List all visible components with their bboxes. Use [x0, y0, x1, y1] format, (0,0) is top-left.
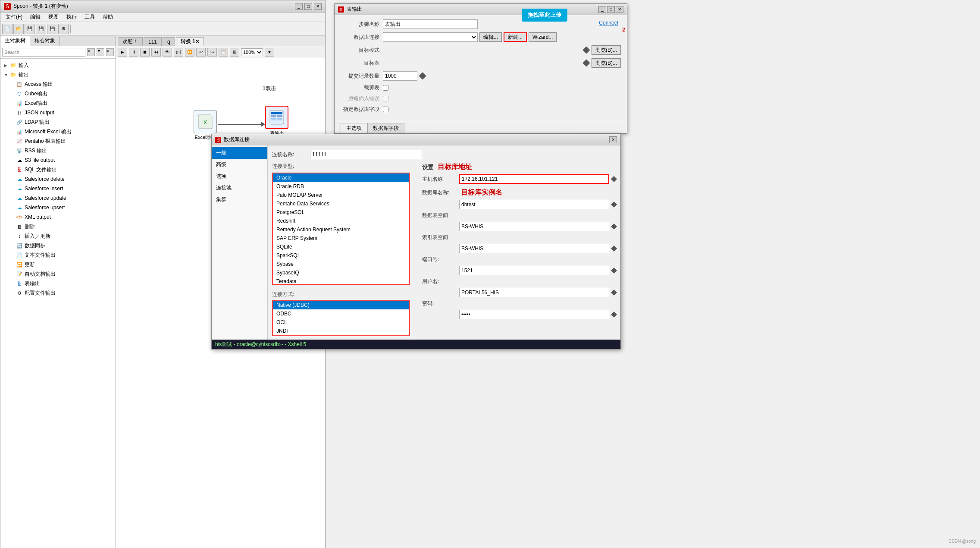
list-item[interactable]: 📈 Pentaho 报表输出 [0, 136, 116, 146]
search-more-btn[interactable]: ≡ [106, 48, 114, 56]
db-type-postgresql[interactable]: PostgreSQL [273, 208, 409, 217]
list-item[interactable]: 📡 RSS 输出 [0, 146, 116, 155]
menu-tools[interactable]: 工具 [81, 13, 98, 22]
tree-item-input[interactable]: ▶ 📁 输入 [0, 60, 116, 70]
list-item[interactable]: 📊 Microsoft Excel 输出 [0, 127, 116, 136]
truncate-checkbox[interactable] [383, 85, 388, 91]
open-btn[interactable]: 📂 [13, 24, 24, 34]
user-input[interactable] [459, 288, 609, 297]
edit-btn[interactable]: 编辑... [479, 32, 502, 42]
db-nav-cluster[interactable]: 集群 [212, 194, 267, 205]
list-item[interactable]: ☁ Salesforce insert [0, 184, 116, 193]
db-nav-general[interactable]: 一般 [212, 147, 267, 159]
tab-q[interactable]: q [163, 37, 175, 46]
db-type-list[interactable]: Oracle Oracle RDB Palo MOLAP Server Pent… [272, 173, 410, 285]
menu-exec[interactable]: 执行 [63, 13, 80, 22]
list-item[interactable]: ↕ 插入／更新 [0, 231, 116, 241]
new-btn[interactable]: 📄 [2, 24, 13, 34]
list-item[interactable]: 🔁 更新 [0, 260, 116, 269]
ignore-error-checkbox[interactable] [383, 96, 388, 101]
conn-name-input[interactable] [310, 150, 422, 159]
list-item[interactable]: ⚙ 配置文件输出 [0, 288, 116, 298]
db-type-sybase[interactable]: Sybase [273, 260, 409, 268]
stop-btn[interactable]: ⏹ [140, 48, 150, 57]
dialog-maximize-btn[interactable]: □ [607, 6, 615, 13]
pause-btn[interactable]: ⏸ [129, 48, 138, 57]
commit-input[interactable] [383, 71, 417, 81]
list-item[interactable]: 📝 自动文档输出 [0, 269, 116, 279]
dtab-main[interactable]: 主选项 [341, 123, 367, 133]
port-input[interactable] [459, 266, 609, 275]
zoom-dropdown-btn[interactable]: ▼ [265, 48, 274, 57]
prev-btn[interactable]: ⏮ [151, 48, 161, 57]
tab-111[interactable]: 111 [144, 37, 162, 46]
new-btn[interactable]: 新建... [504, 32, 527, 42]
search-input[interactable] [2, 48, 85, 57]
list-item[interactable]: ☁ S3 file output [0, 155, 116, 165]
wizard-btn[interactable]: Wizard... [529, 32, 557, 42]
close-button[interactable]: ✕ [314, 3, 322, 10]
db-nav-advanced[interactable]: 高级 [212, 159, 267, 170]
maximize-button[interactable]: □ [304, 3, 312, 10]
list-item[interactable]: ☁ Salesforce update [0, 193, 116, 203]
conn-method-odbc[interactable]: ODBC [273, 309, 409, 318]
list-item[interactable]: 📊 Excel输出 [0, 98, 116, 108]
tab-welcome[interactable]: 欢迎！ [118, 37, 143, 46]
db-type-sap[interactable]: SAP ERP System [273, 234, 409, 243]
db-name-input[interactable] [459, 200, 609, 209]
save-as-btn[interactable]: 💾 [36, 24, 46, 34]
menu-file[interactable]: 文件(F) [2, 13, 26, 22]
connect-link[interactable]: Connect [599, 19, 618, 26]
index-tablespace-input[interactable] [459, 244, 609, 253]
dtab-db-fields[interactable]: 数据库字段 [367, 123, 404, 133]
db-type-oracle[interactable]: Oracle [273, 173, 409, 182]
specify-db-checkbox[interactable] [383, 107, 388, 112]
sidebar-tab-core[interactable]: 核心对象 [30, 36, 60, 46]
password-input[interactable] [459, 310, 609, 319]
db-conn-select[interactable] [383, 32, 478, 42]
list-item[interactable]: ⬡ Cube输出 [0, 89, 116, 98]
db-nav-pool[interactable]: 连接池 [212, 182, 267, 194]
db-type-remedy[interactable]: Remedy Action Request System [273, 225, 409, 234]
align-btn[interactable]: ⊞ [230, 48, 239, 57]
menu-view[interactable]: 视图 [45, 13, 62, 22]
list-item[interactable]: 🗄 表输出 [0, 279, 116, 288]
dialog-minimize-btn[interactable]: _ [598, 6, 606, 13]
log-btn[interactable]: 📋 [219, 48, 228, 57]
excel-input-box[interactable]: X [194, 110, 217, 133]
tree-item-output[interactable]: ▼ 📁 输出 [0, 70, 116, 79]
db-dialog-close[interactable]: ✕ [609, 136, 617, 143]
step-name-input[interactable] [383, 19, 478, 29]
browse-table-btn[interactable]: 浏览(B)... [592, 58, 621, 68]
db-type-sqlite[interactable]: SQLite [273, 243, 409, 251]
table-output-node[interactable]: 表输出 [265, 106, 288, 136]
zoom-select[interactable]: 100% 75% 50% 150% [241, 48, 263, 56]
tablespace-input[interactable] [459, 222, 609, 231]
minimize-button[interactable]: _ [295, 3, 303, 10]
conn-method-oci[interactable]: OCI [273, 318, 409, 327]
menu-edit[interactable]: 编辑 [27, 13, 44, 22]
menu-help[interactable]: 帮助 [99, 13, 116, 22]
db-type-sybaseiq[interactable]: SybaseIQ [273, 268, 409, 277]
list-item[interactable]: 🔗 LDAP 输出 [0, 117, 116, 127]
db-type-pentaho[interactable]: Pentaho Data Services [273, 199, 409, 208]
db-type-redshift[interactable]: Redshift [273, 217, 409, 225]
upload-button[interactable]: 拖拽至此上传 [522, 9, 567, 22]
replay-btn[interactable]: ⏩ [185, 48, 194, 57]
settings-btn[interactable]: ⚙ [58, 24, 69, 34]
tab-transform1[interactable]: 转换 1 ✕ [176, 37, 204, 46]
db-type-teradata[interactable]: Teradata [273, 277, 409, 285]
back-btn[interactable]: ↩ [196, 48, 206, 57]
db-type-palo[interactable]: Palo MOLAP Server [273, 191, 409, 199]
conn-method-jndi[interactable]: JNDI [273, 327, 409, 335]
sidebar-tab-main[interactable]: 主对象树 [0, 36, 30, 46]
list-item[interactable]: ☁ Salesforce upsert [0, 203, 116, 212]
conn-method-list[interactable]: Native (JDBC) ODBC OCI JNDI [272, 300, 410, 336]
list-item[interactable]: 🗑 删除 [0, 222, 116, 231]
save-btn[interactable]: 💾 [25, 24, 35, 34]
next-btn[interactable]: ▷| [174, 48, 183, 57]
step-btn[interactable]: 👁 [163, 48, 172, 57]
dialog-close-btn[interactable]: ✕ [616, 6, 623, 13]
list-item[interactable]: 🗄 SQL 文件输出 [0, 165, 116, 174]
fwd-btn[interactable]: ↪ [207, 48, 217, 57]
